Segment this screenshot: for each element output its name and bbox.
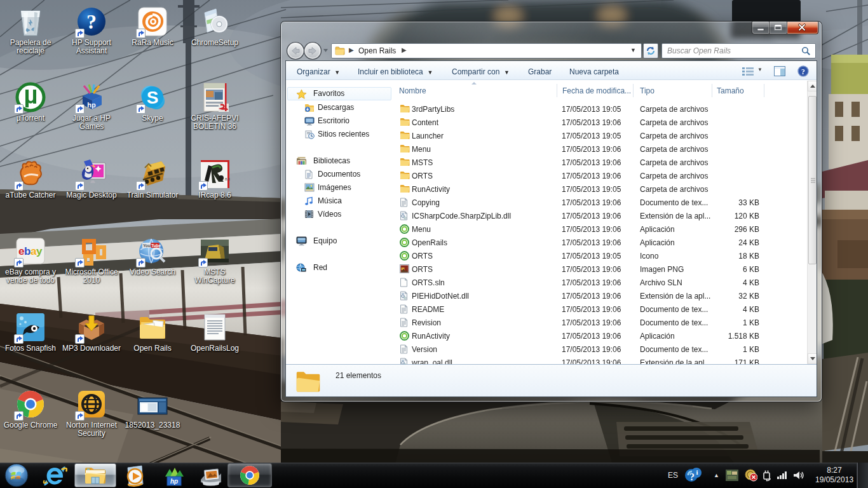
svg-text:Tube: Tube [151,243,161,248]
svg-text:hp: hp [87,101,96,109]
svg-text:b: b [24,245,31,257]
svg-text:hp: hp [170,478,178,485]
svg-text:?: ? [86,10,97,33]
svg-text:?: ? [801,67,805,76]
svg-text:?: ? [689,471,695,482]
svg-text:S: S [147,88,159,107]
svg-text:i: i [696,468,698,476]
svg-text:y: y [36,245,43,257]
svg-text:You: You [143,243,151,248]
svg-text:8.6: 8.6 [225,177,230,181]
